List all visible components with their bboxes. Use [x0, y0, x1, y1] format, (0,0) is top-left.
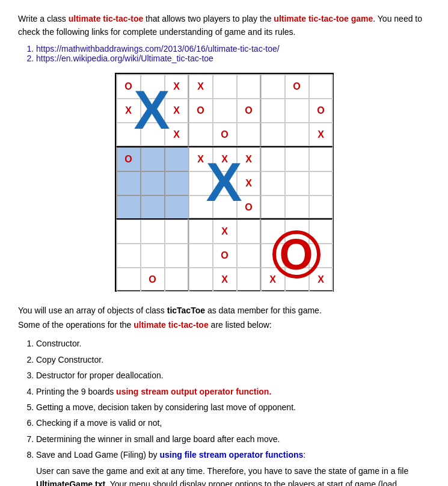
cell-0: O [117, 75, 141, 99]
cell-2 [309, 147, 333, 171]
cell-1 [141, 75, 165, 99]
cell-1: X [213, 220, 237, 244]
cell-2 [237, 220, 261, 244]
small-board-2-0: O [116, 218, 188, 291]
game-board-container: O X X X X X X O O O O [18, 73, 430, 292]
intro-paragraph: Write a class ultimate tic-tac-toe that … [18, 12, 430, 39]
cell-8 [165, 195, 189, 220]
cell-0 [261, 75, 285, 99]
cell-8: X [309, 268, 333, 292]
cell-0: X [189, 147, 213, 171]
op-8-highlight: using file stream operator functions [159, 450, 303, 460]
link-2[interactable]: https://en.wikipedia.org/wiki/Ultimate_t… [36, 54, 213, 63]
ultimate-board: O X X X X X X O O O O [115, 73, 334, 292]
cell-7 [285, 195, 309, 220]
op-6: Checking if a move is valid or not, [36, 416, 430, 429]
cell-2 [165, 147, 189, 171]
link-1[interactable]: https://mathwithbaddrawings.com/2013/06/… [36, 44, 280, 54]
cell-3 [117, 171, 141, 195]
cell-1: X [213, 147, 237, 171]
small-board-2-1: X O X [188, 218, 260, 291]
cell-5: X [165, 99, 189, 123]
cell-5 [309, 244, 333, 268]
cell-0 [261, 147, 285, 171]
cell-4 [285, 244, 309, 268]
class-name-highlight2: ultimate tic-tac-toe game [274, 14, 373, 23]
cell-4 [141, 244, 165, 268]
cell-7 [213, 195, 237, 220]
cell-2 [309, 75, 333, 99]
cell-1 [285, 220, 309, 244]
cell-4 [141, 99, 165, 123]
cell-3 [261, 244, 285, 268]
cell-3 [261, 171, 285, 195]
op-1: Constructor. [36, 337, 430, 350]
link-item-1[interactable]: https://mathwithbaddrawings.com/2013/06/… [36, 44, 430, 54]
cell-6 [261, 195, 285, 220]
cell-2 [165, 220, 189, 244]
cell-0 [117, 220, 141, 244]
cell-6 [261, 123, 285, 147]
small-board-1-2 [260, 146, 333, 218]
cell-8: X [165, 123, 189, 147]
cell-5 [237, 244, 261, 268]
class-name-highlight: ultimate tic-tac-toe [69, 14, 143, 23]
cell-3 [189, 244, 213, 268]
cell-2: X [237, 147, 261, 171]
small-board-0-0: O X X X X X [116, 74, 188, 146]
small-board-1-0: O [116, 146, 188, 218]
cell-2 [309, 220, 333, 244]
op-3: Destructor for proper deallocation. [36, 369, 430, 382]
cell-7 [141, 123, 165, 147]
op-4-highlight: using stream output operator function. [116, 387, 271, 396]
op-8-detail: User can save the game and exit at any t… [36, 464, 430, 487]
cell-4 [285, 171, 309, 195]
op-2: Copy Constructor. [36, 353, 430, 366]
small-board-2-2: X X O [260, 218, 333, 291]
cell-8 [237, 123, 261, 147]
cell-1 [213, 75, 237, 99]
cell-8 [237, 268, 261, 292]
links-list: https://mathwithbaddrawings.com/2013/06/… [36, 44, 430, 63]
cell-4: O [213, 171, 237, 195]
cell-6 [189, 195, 213, 220]
cell-6 [189, 268, 213, 292]
cell-6: X [261, 268, 285, 292]
cell-8 [309, 195, 333, 220]
cell-0 [189, 220, 213, 244]
cell-5 [165, 171, 189, 195]
cell-4 [141, 171, 165, 195]
cell-1: O [285, 75, 309, 99]
cell-1 [141, 147, 165, 171]
cell-8 [165, 268, 189, 292]
cell-3: X [117, 99, 141, 123]
cell-5: O [309, 99, 333, 123]
cell-8: O [237, 195, 261, 220]
op-4: Printing the 9 boards using stream outpu… [36, 385, 430, 398]
cell-5: X [237, 171, 261, 195]
op-5: Getting a move, decision taken by consid… [36, 401, 430, 414]
cell-0: X [189, 75, 213, 99]
ultimate-label: ultimate tic-tac-toe [133, 320, 208, 330]
cell-6 [117, 123, 141, 147]
cell-4 [285, 99, 309, 123]
cell-3: O [189, 99, 213, 123]
op-8: Save and Load Game (Filing) by using fil… [36, 448, 430, 486]
cell-6 [117, 268, 141, 292]
class-tictactoe: ticTacToe [167, 306, 205, 315]
description-para: You will use an array of objects of clas… [18, 304, 430, 333]
link-item-2[interactable]: https://en.wikipedia.org/wiki/Ultimate_t… [36, 54, 430, 63]
cell-7 [285, 123, 309, 147]
cell-8: X [309, 123, 333, 147]
cell-7: O [213, 123, 237, 147]
small-board-0-2: O O X [260, 74, 333, 146]
cell-3 [189, 171, 213, 195]
cell-1 [285, 147, 309, 171]
small-board-1-1: X X X O X O X [188, 146, 260, 218]
cell-0 [261, 220, 285, 244]
cell-7 [141, 195, 165, 220]
cell-4 [213, 99, 237, 123]
cell-5 [165, 244, 189, 268]
cell-3 [117, 244, 141, 268]
op-7: Determining the winner in small and larg… [36, 432, 430, 446]
